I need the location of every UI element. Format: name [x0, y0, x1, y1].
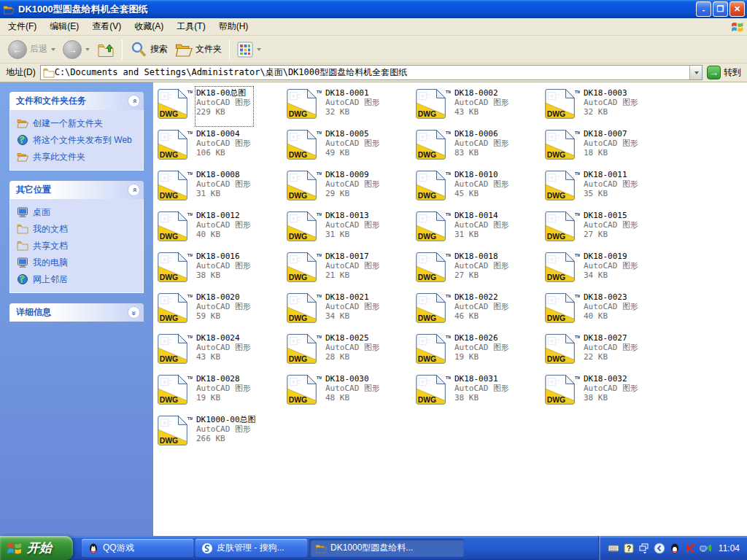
file-type: AutoCAD 图形: [584, 179, 638, 189]
menu-file[interactable]: 文件(F): [1, 18, 43, 35]
sidebar-item-shared-documents[interactable]: 共享文档: [17, 240, 140, 252]
file-tile[interactable]: DK18-0020 AutoCAD 图形 59 KB: [157, 292, 286, 330]
qq-tray-icon[interactable]: [669, 542, 681, 554]
tray-clock[interactable]: 11:04: [719, 543, 740, 553]
file-tile[interactable]: DK18-0013 AutoCAD 图形 31 KB: [286, 210, 415, 248]
file-tile[interactable]: DK18-0011 AutoCAD 图形 35 KB: [544, 169, 673, 207]
file-text: DK18-0030 AutoCAD 图形 48 KB: [325, 373, 380, 411]
file-name: DK18-0020: [196, 292, 251, 302]
panel-details-header[interactable]: 详细信息 »: [9, 303, 144, 322]
kaspersky-icon[interactable]: [684, 542, 696, 554]
file-tile[interactable]: DK18-0005 AutoCAD 图形 49 KB: [286, 128, 415, 166]
file-tile[interactable]: DK18-0014 AutoCAD 图形 31 KB: [415, 210, 544, 248]
forward-button[interactable]: →: [59, 38, 93, 61]
collapse-chevron-icon[interactable]: »: [128, 95, 140, 107]
keyboard-icon[interactable]: [608, 542, 619, 554]
sidebar-item-share-folder[interactable]: 共享此文件夹: [17, 151, 140, 163]
search-button[interactable]: 搜索: [126, 39, 171, 61]
file-tile[interactable]: DK18-0001 AutoCAD 图形 32 KB: [286, 88, 415, 125]
file-type: AutoCAD 图形: [196, 179, 251, 189]
address-path[interactable]: C:\Documents and Settings\Administrator\…: [55, 66, 689, 79]
minimize-button[interactable]: -: [696, 1, 711, 17]
file-size: 40 KB: [196, 230, 251, 239]
file-tile[interactable]: DK18-0026 AutoCAD 图形 19 KB: [415, 332, 544, 370]
file-tile[interactable]: DK18-0015 AutoCAD 图形 27 KB: [544, 210, 673, 248]
file-text: DK1000-00总图 AutoCAD 图形 266 KB: [196, 414, 256, 452]
file-name: DK18-0012: [196, 211, 251, 220]
address-input[interactable]: C:\Documents and Settings\Administrator\…: [40, 65, 703, 80]
file-tile[interactable]: DK18-00总图 AutoCAD 图形 229 KB: [157, 88, 286, 125]
menu-edit[interactable]: 编辑(E): [43, 18, 85, 35]
taskbar-button-skin-manager[interactable]: 皮肤管理 - 搜狗...: [196, 539, 307, 557]
file-size: 106 KB: [196, 148, 251, 158]
ime-toolbar-icon[interactable]: [638, 542, 650, 554]
file-tile[interactable]: DK18-0028 AutoCAD 图形 19 KB: [157, 373, 286, 411]
file-tile[interactable]: DK18-0023 AutoCAD 图形 40 KB: [544, 292, 673, 330]
sidebar-item-network-places[interactable]: 网上邻居: [17, 273, 140, 285]
go-button[interactable]: → 转到: [707, 66, 744, 79]
menu-help[interactable]: 帮助(H): [212, 18, 255, 35]
address-dropdown-button[interactable]: [689, 66, 702, 79]
file-tile[interactable]: DK18-0025 AutoCAD 图形 28 KB: [286, 332, 415, 370]
file-tile[interactable]: DK18-0027 AutoCAD 图形 22 KB: [544, 332, 673, 370]
file-size: 29 KB: [325, 189, 380, 198]
file-tile[interactable]: DK18-0012 AutoCAD 图形 40 KB: [157, 210, 286, 248]
taskbar-button-qq-games[interactable]: QQ游戏: [82, 539, 193, 557]
file-tile[interactable]: DK18-0017 AutoCAD 图形 21 KB: [286, 251, 415, 289]
sidebar-item-create-folder[interactable]: 创建一个新文件夹: [17, 117, 140, 129]
sidebar-item-desktop[interactable]: 桌面: [17, 206, 140, 218]
ime-help-icon[interactable]: ?: [623, 542, 635, 554]
file-type: AutoCAD 图形: [584, 220, 638, 230]
file-tile[interactable]: DK18-0009 AutoCAD 图形 29 KB: [286, 169, 415, 207]
file-tile[interactable]: DK18-0022 AutoCAD 图形 46 KB: [415, 292, 544, 330]
file-tile[interactable]: DK1000-00总图 AutoCAD 图形 266 KB: [157, 414, 286, 452]
folders-button[interactable]: 文件夹: [171, 39, 225, 61]
file-text: DK18-0011 AutoCAD 图形 35 KB: [584, 169, 638, 207]
menu-view[interactable]: 查看(V): [85, 18, 128, 35]
file-tile[interactable]: DK18-0016 AutoCAD 图形 38 KB: [157, 251, 286, 289]
sidebar-item-my-documents[interactable]: 我的文档: [17, 223, 140, 235]
file-tile[interactable]: DK18-0002 AutoCAD 图形 43 KB: [415, 88, 544, 125]
views-button[interactable]: [233, 39, 265, 60]
file-tile[interactable]: DK18-0008 AutoCAD 图形 31 KB: [157, 169, 286, 207]
file-size: 83 KB: [454, 148, 509, 158]
collapse-chevron-icon[interactable]: »: [128, 184, 140, 196]
back-button[interactable]: ← 后退: [4, 38, 59, 61]
file-tile[interactable]: DK18-0019 AutoCAD 图形 34 KB: [544, 251, 673, 289]
hide-tray-icons-chevron[interactable]: [654, 542, 665, 554]
menu-tools[interactable]: 工具(T): [170, 18, 212, 35]
taskbar-buttons: QQ游戏 皮肤管理 - 搜狗... DK1000型圆盘给料...: [82, 539, 464, 557]
expand-chevron-icon[interactable]: »: [128, 306, 140, 319]
views-dropdown-icon[interactable]: [257, 48, 261, 51]
sidebar-item-my-computer[interactable]: 我的电脑: [17, 257, 140, 268]
file-text: DK18-0003 AutoCAD 图形 32 KB: [584, 88, 638, 125]
forward-dropdown-icon[interactable]: [85, 48, 90, 51]
sidebar-item-publish-web[interactable]: 将这个文件夹发布到 Web: [17, 134, 140, 146]
file-tile[interactable]: DK18-0032 AutoCAD 图形 38 KB: [544, 373, 673, 411]
file-tile[interactable]: DK18-0003 AutoCAD 图形 32 KB: [544, 88, 673, 125]
start-button[interactable]: 开始: [0, 536, 73, 560]
file-tile[interactable]: DK18-0018 AutoCAD 图形 27 KB: [415, 251, 544, 289]
file-tile[interactable]: DK18-0006 AutoCAD 图形 83 KB: [415, 128, 544, 166]
file-tile[interactable]: DK18-0007 AutoCAD 图形 18 KB: [544, 128, 673, 166]
panel-other-places-header[interactable]: 其它位置 »: [9, 181, 144, 199]
menu-favorites[interactable]: 收藏(A): [128, 18, 170, 35]
file-text: DK18-0019 AutoCAD 图形 34 KB: [584, 251, 638, 289]
file-tile[interactable]: DK18-0030 AutoCAD 图形 48 KB: [286, 373, 415, 411]
taskbar-button-dk1000-folder[interactable]: DK1000型圆盘给料...: [309, 539, 464, 557]
file-tile[interactable]: DK18-0010 AutoCAD 图形 45 KB: [415, 169, 544, 207]
panel-file-tasks-header[interactable]: 文件和文件夹任务 »: [9, 92, 144, 110]
file-tile[interactable]: DK18-0031 AutoCAD 图形 38 KB: [415, 373, 544, 411]
dwg-file-icon: [157, 88, 193, 121]
file-tile[interactable]: DK18-0021 AutoCAD 图形 34 KB: [286, 292, 415, 330]
network-status-icon[interactable]: [700, 542, 711, 554]
restore-button[interactable]: ❐: [713, 1, 728, 17]
up-button[interactable]: [93, 39, 118, 61]
file-tile[interactable]: DK18-0004 AutoCAD 图形 106 KB: [157, 128, 286, 166]
panel-details: 详细信息 »: [9, 303, 144, 322]
back-dropdown-icon[interactable]: [51, 48, 55, 51]
file-list-pane[interactable]: DK18-00总图 AutoCAD 图形 229 KB DK18-0001 Au…: [153, 82, 747, 536]
close-button[interactable]: ✕: [729, 1, 745, 17]
file-tile[interactable]: DK18-0024 AutoCAD 图形 43 KB: [157, 332, 286, 370]
svg-text:?: ?: [627, 545, 631, 553]
